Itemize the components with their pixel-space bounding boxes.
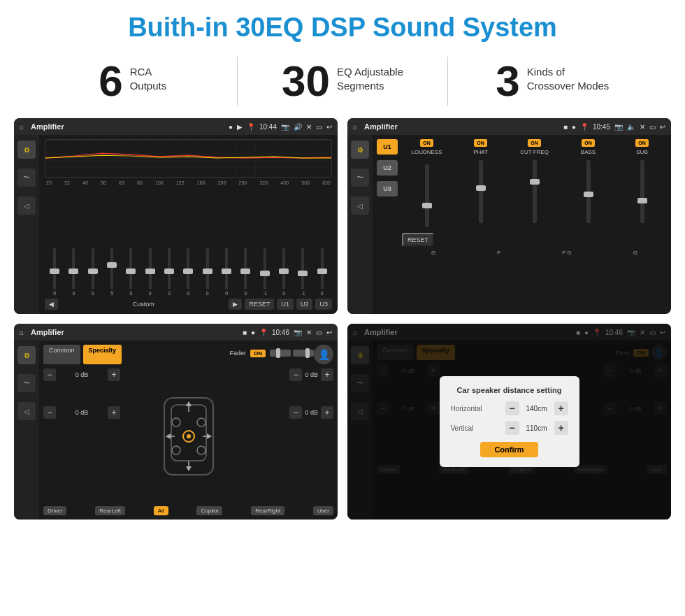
pin-icon-2: 📍: [580, 123, 589, 131]
screen2-title: Amplifier: [364, 122, 559, 131]
speaker-icon-1[interactable]: ◁: [17, 196, 36, 215]
speaker-icon-2[interactable]: ◁: [351, 196, 369, 215]
fader-sliders: [270, 350, 314, 357]
db-val-br: 0 dB: [305, 409, 318, 416]
home-icon-3[interactable]: ⌂: [20, 329, 24, 336]
eq-u3-btn[interactable]: U3: [315, 299, 332, 310]
dot-icon-3: ■: [243, 329, 247, 336]
minus-btn-br[interactable]: −: [289, 406, 302, 419]
channel-bass: ON BASS: [563, 139, 613, 227]
stat-divider-2: [447, 57, 448, 106]
eq-reset-btn[interactable]: RESET: [245, 299, 274, 310]
wave-icon-1[interactable]: 〜: [17, 169, 36, 187]
dialog-title: Car speaker distance setting: [451, 386, 568, 394]
eq-icon-3[interactable]: ⚙: [17, 346, 36, 364]
car-diagram-center: [126, 368, 251, 503]
dot2-icon-2: ●: [572, 123, 576, 131]
back-icon-3[interactable]: ↩: [326, 329, 332, 336]
x-icon-1: ✕: [306, 123, 312, 131]
svg-marker-14: [186, 401, 192, 406]
amp-reset-btn[interactable]: RESET: [402, 233, 434, 247]
channel-phat: ON PHAT: [456, 139, 505, 227]
fader-on-row: Fader ON: [229, 350, 314, 357]
svg-rect-0: [45, 140, 331, 177]
minus-btn-tl[interactable]: −: [43, 368, 56, 381]
wave-icon-3[interactable]: 〜: [17, 374, 36, 392]
u1-preset[interactable]: U1: [377, 139, 398, 155]
eq-slider-1: 0: [65, 248, 82, 296]
vertical-control: − 110cm +: [505, 421, 568, 435]
eq-bottom-bar: ◀ Custom ▶ RESET U1 U2 U3: [45, 299, 332, 310]
channel-loudness: ON LOUDNESS: [402, 139, 452, 227]
screen3-time: 10:46: [272, 329, 289, 336]
vertical-value: 110cm: [522, 424, 551, 432]
rect-icon-2: ▭: [649, 123, 656, 131]
eq-icon-2[interactable]: ⚙: [351, 141, 369, 159]
stat-item-eq: 30 EQ AdjustableSegments: [252, 59, 433, 103]
horizontal-label: Horizontal: [451, 405, 482, 413]
plus-btn-tr[interactable]: +: [321, 368, 333, 381]
confirm-button[interactable]: Confirm: [480, 442, 538, 457]
rearright-btn[interactable]: RearRight: [251, 506, 284, 515]
eq-slider-10: 0: [237, 248, 254, 296]
minus-btn-tr[interactable]: −: [289, 368, 302, 381]
screen1-time: 10:44: [259, 123, 277, 131]
channel-cutfreq: ON CUT FREQ: [510, 139, 559, 227]
eq-custom-label: Custom: [61, 301, 226, 308]
eq-slider-8: 0: [199, 248, 216, 296]
fader-on-btn[interactable]: ON: [250, 350, 266, 357]
screen-crossover: ⌂ Amplifier ■ ● 📍 10:45 📷 🔈 ✕ ▭ ↩ ⚙ 〜 ◁ …: [347, 118, 671, 314]
db-val-tr: 0 dB: [305, 371, 318, 378]
user-btn[interactable]: User: [313, 506, 333, 515]
eq-slider-4: 0: [122, 248, 139, 296]
vertical-label: Vertical: [451, 424, 474, 432]
eq-icon-1[interactable]: ⚙: [17, 141, 36, 159]
db-control-bl: − 0 dB +: [43, 406, 120, 419]
horizontal-plus[interactable]: +: [554, 401, 568, 415]
screen-eq: ⌂ Amplifier ● ▶ 📍 10:44 📷 🔊 ✕ ▭ ↩ ⚙ 〜 ◁: [14, 118, 338, 314]
fader-label: Fader: [229, 350, 246, 357]
copilot-btn[interactable]: Copilot: [196, 506, 222, 515]
eq-u1-btn[interactable]: U1: [277, 299, 294, 310]
minus-btn-bl[interactable]: −: [43, 406, 56, 419]
home-icon-2[interactable]: ⌂: [353, 123, 357, 131]
speaker-icon-3[interactable]: ◁: [17, 402, 36, 420]
eq-slider-12: 0: [275, 248, 292, 296]
plus-btn-tl[interactable]: +: [108, 368, 120, 381]
eq-prev-btn[interactable]: ◀: [45, 299, 58, 310]
all-btn[interactable]: All: [154, 506, 168, 515]
eq-next-btn[interactable]: ▶: [229, 299, 242, 310]
position-buttons: Driver RearLeft All Copilot RearRight Us…: [43, 506, 333, 515]
back-icon-1[interactable]: ↩: [326, 123, 332, 131]
u2-preset[interactable]: U2: [377, 160, 398, 176]
rect-icon-1: ▭: [316, 123, 322, 131]
stats-row: 6 RCAOutputs 30 EQ AdjustableSegments 3 …: [0, 50, 685, 118]
common-tab[interactable]: Common: [43, 345, 80, 364]
driver-btn[interactable]: Driver: [43, 506, 66, 515]
eq-slider-7: 0: [180, 248, 196, 296]
eq-u2-btn[interactable]: U2: [296, 299, 313, 310]
eq-slider-0: 0: [46, 248, 63, 296]
u3-preset[interactable]: U3: [377, 181, 398, 196]
wave-icon-2[interactable]: 〜: [351, 169, 369, 187]
amp-presets: U1 U2 U3: [377, 139, 398, 310]
screen-fader: ⌂ Amplifier ■ ● 📍 10:46 📷 ✕ ▭ ↩ ⚙ 〜 ◁ Co…: [14, 324, 338, 520]
stat-text-crossover: Kinds ofCrossover Modes: [527, 59, 610, 92]
fader-tabs: Common Specialty Fader ON 👤: [43, 345, 333, 364]
horizontal-minus[interactable]: −: [505, 401, 519, 415]
rearleft-btn[interactable]: RearLeft: [95, 506, 125, 515]
vertical-minus[interactable]: −: [505, 421, 519, 435]
svg-point-13: [197, 446, 206, 454]
vertical-plus[interactable]: +: [554, 421, 568, 435]
eq-curve-svg: [45, 140, 331, 177]
back-icon-2[interactable]: ↩: [660, 123, 665, 131]
eq-slider-6: 0: [161, 248, 178, 296]
specialty-tab[interactable]: Specialty: [83, 345, 122, 364]
stat-item-rca: 6 RCAOutputs: [42, 59, 223, 103]
screens-grid: ⌂ Amplifier ● ▶ 📍 10:44 📷 🔊 ✕ ▭ ↩ ⚙ 〜 ◁: [0, 118, 685, 527]
home-icon-1[interactable]: ⌂: [20, 123, 24, 131]
plus-btn-bl[interactable]: +: [108, 406, 120, 419]
screen2-side-icons: ⚙ 〜 ◁: [347, 135, 373, 314]
camera-icon-3: 📷: [294, 329, 302, 336]
plus-btn-br[interactable]: +: [321, 406, 333, 419]
